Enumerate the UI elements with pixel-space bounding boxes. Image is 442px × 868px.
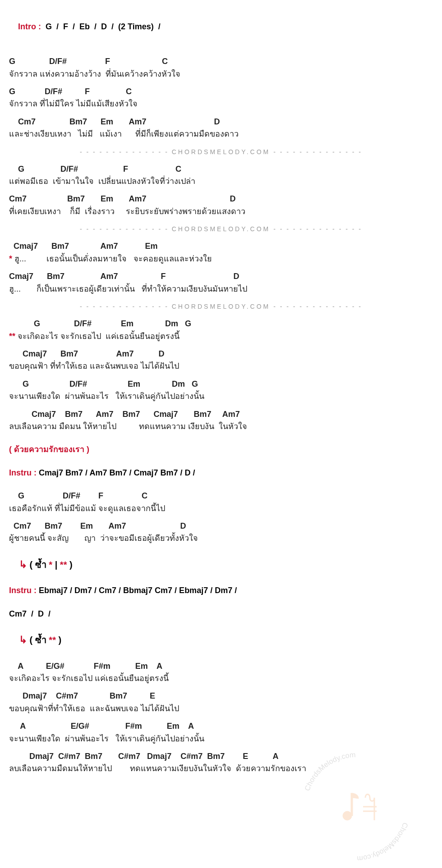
marker-star: ** [49,635,56,645]
chord-row: Cmaj7 Bm7 Am7 Bm7 Cmaj7 Bm7 Am7 [9,409,433,420]
chord-row: Dmaj7 C#m7 Bm7 C#m7 Dmaj7 C#m7 Bm7 E A [9,751,433,762]
divider: - - - - - - - - - - - - - - CHORDSMELODY… [9,225,433,233]
lyric-text: จะเกิดอะไร จะรักเธอไป แค่เธอนั้นยืนอยู่ต… [15,332,180,341]
chord-row: G D/F# Em Dm G [9,379,433,389]
marker-star: ** [9,332,15,341]
chord-row: G D/F# Em Dm G [9,319,433,329]
lyric-row: จะนานเพียงใด ผ่านพ้นอะไร ให้เราเดินคู่กั… [9,734,433,744]
instru-line: Instru : Cmaj7 Bm7 / Am7 Bm7 / Cmaj7 Bm7… [9,468,433,478]
repeat-text: ( ซ้ำ [30,560,49,570]
chord-row: G D/F# F C [9,56,433,67]
divider: - - - - - - - - - - - - - - CHORDSMELODY… [9,148,433,156]
lyric-row: แต่พอมีเธอ เข้ามาในใจ เปลี่ยนแปลงหัวใจที… [9,176,433,187]
chord-row: Dmaj7 C#m7 Bm7 E [9,691,433,701]
instru-chords: Cmaj7 Bm7 / Am7 Bm7 / Cmaj7 Bm7 / D / [39,468,195,477]
repeat-text: ( ซ้ำ [30,635,49,645]
lyric-row: ฮู... ก็เป็นเพราะเธอผู้เดียวเท่านั้น ที่… [9,284,433,294]
lyric-row: ที่เคยเงียบเหงา ก็มี เรื่องราว ระยิบระยั… [9,206,433,217]
chord-sheet: Intro : G / F / Eb / D / (2 Times) / G D… [0,0,442,789]
note-line: ( ด้วยความรักของเรา ) [9,444,433,455]
chord-row: A E/G# F#m Em A [9,721,433,731]
chord-row: Cm7 Bm7 Em Am7 D [9,194,433,204]
divider: - - - - - - - - - - - - - - CHORDSMELODY… [9,302,433,311]
arrow-icon: ↳ [19,559,27,570]
lyric-row: ขอบคุณฟ้าที่ทำให้เธอ และฉันพบเจอ ไม่ได้ฝ… [9,704,433,714]
intro-line: Intro : G / F / Eb / D / (2 Times) / [9,11,433,43]
instru-label: Instru : [9,586,37,595]
brand-text: CHORDSMELODY.COM [172,148,271,155]
lyric-row: จะนานเพียงใด ผ่านพ้นอะไร ให้เราเดินคู่กั… [9,391,433,402]
lyric-row: ** จะเกิดอะไร จะรักเธอไป แค่เธอนั้นยืนอย… [9,331,433,342]
intro-label: Intro : [18,22,41,31]
brand-text: CHORDSMELODY.COM [172,303,271,310]
repeat-end: ) [56,635,61,645]
instru-chords: Ebmaj7 / Dm7 / Cm7 / Bbmaj7 Cm7 / Ebmaj7… [39,586,237,595]
instru-chords-cont: Cm7 / D / [9,609,433,619]
instru-line: Instru : Ebmaj7 / Dm7 / Cm7 / Bbmaj7 Cm7… [9,585,433,596]
marker-star: * [49,560,52,570]
lyric-row: จักรวาล แห่งความอ้างว้าง ที่มันเคว้างคว้… [9,69,433,79]
chord-row: Cmaj7 Bm7 Am7 F D [9,271,433,282]
repeat-sep: | [52,560,60,570]
intro-chords: G / F / Eb / D / (2 Times) / [46,22,161,31]
instru-label: Instru : [9,468,37,477]
repeat-line: ↳ ( ซ้ำ * | ** ) [9,558,433,571]
lyric-row: ลบเลือนความมืดมนให้หายไป ทดแทนความเงียบง… [9,763,433,774]
chord-row: Cmaj7 Bm7 Am7 Em [9,241,433,251]
chord-row: A E/G# F#m Em A [9,661,433,672]
lyric-row: ผู้ชายคนนี้ จะสัญ ญา ว่าจะขอมีเธอผู้เดีย… [9,533,433,544]
lyric-row: และช่างเงียบเหงา ไม่มี แม้เงา ที่มีก็เพี… [9,129,433,139]
lyric-row: ลบเลือนความ มืดมน ให้หายไป ทดแทนความ เงี… [9,421,433,432]
lyric-text: ฮู... เธอนั้นเป็นดั่งลมหายใจ จะคอยดูแลแล… [12,254,212,263]
lyric-row: จะเกิดอะไร จะรักเธอไป แค่เธอนั้นยืนอยู่ต… [9,673,433,684]
chord-row: Cmaj7 Bm7 Am7 D [9,349,433,359]
marker-star: * [9,254,12,263]
lyric-row: จักรวาล ที่ไม่มีใคร ไม่มีแม้เสียงหัวใจ [9,99,433,109]
lyric-row: เธอคือรักแท้ ที่ไม่มีข้อแม้ จะดูแลเธอจาก… [9,503,433,514]
lyric-row: ขอบคุณฟ้า ที่ทำให้เธอ และฉันพบเจอ ไม่ได้… [9,361,433,371]
chord-row: G D/F# F C [9,87,433,97]
lyric-row: * ฮู... เธอนั้นเป็นดั่งลมหายใจ จะคอยดูแล… [9,254,433,264]
arrow-icon: ↳ [19,634,27,645]
chord-row: G D/F# F C [9,164,433,174]
marker-star: ** [60,560,67,570]
chord-row: G D/F# F C [9,491,433,501]
repeat-end: ) [67,560,72,570]
chord-row: Cm7 Bm7 Em Am7 D [9,521,433,531]
chord-row: Cm7 Bm7 Em Am7 D [9,117,433,127]
brand-text: CHORDSMELODY.COM [172,225,271,233]
repeat-line: ↳ ( ซ้ำ ** ) [9,634,433,647]
